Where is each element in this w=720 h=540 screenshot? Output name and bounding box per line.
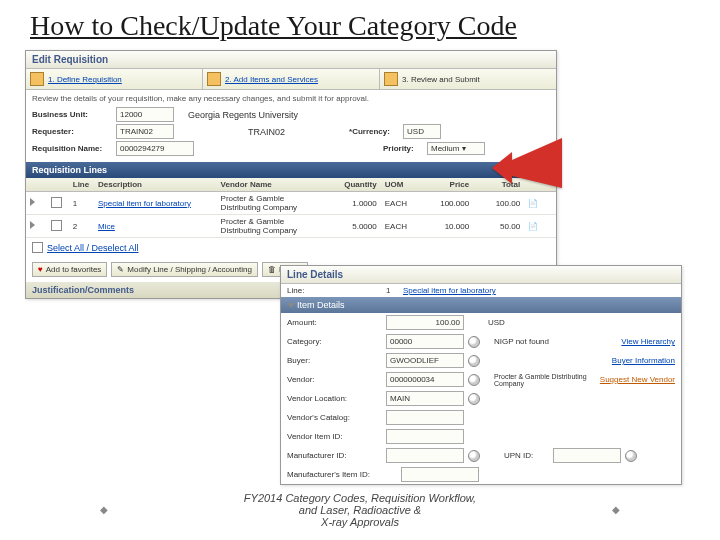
buyer-label: Buyer: (287, 356, 382, 365)
decoration-dot: ◆ (612, 504, 620, 515)
requester-name: TRAIN02 (248, 127, 285, 137)
amount-input[interactable]: 100.00 (386, 315, 464, 330)
category-label: Category: (287, 337, 382, 346)
item-link[interactable]: Mice (98, 222, 115, 231)
business-unit-input[interactable]: 12000 (116, 107, 174, 122)
mfg-id-input[interactable] (386, 448, 464, 463)
vendor-item-label: Vendor Item ID: (287, 432, 382, 441)
category-input[interactable]: 00000 (386, 334, 464, 349)
svg-marker-0 (492, 138, 562, 188)
detail-icon[interactable]: 📄 (528, 222, 538, 231)
vendor-input[interactable]: 0000000034 (386, 372, 464, 387)
delete-icon: 🗑 (268, 265, 276, 274)
item-details-header: Item Details (281, 297, 681, 313)
modify-line-button[interactable]: ✎Modify Line / Shipping / Accounting (111, 262, 258, 277)
instruction-text: Review the details of your requisition, … (32, 94, 550, 103)
decoration-dot: ◆ (100, 504, 108, 515)
step-icon (384, 72, 398, 86)
lookup-icon[interactable] (468, 355, 480, 367)
expand-icon[interactable] (30, 221, 35, 229)
detail-icon[interactable]: 📄 (528, 199, 538, 208)
req-name-label: Requisition Name: (32, 144, 112, 153)
buyer-input[interactable]: GWOODLIEF (386, 353, 464, 368)
requester-label: Requester: (32, 127, 112, 136)
step-icon (207, 72, 221, 86)
mfg-id-label: Manufacturer ID: (287, 451, 382, 460)
edit-requisition-panel: Edit Requisition 1. Define Requisition 2… (25, 50, 557, 299)
page-title: How to Check/Update Your Category Code (30, 10, 690, 42)
mfg-item-input[interactable] (401, 467, 479, 482)
callout-arrow (492, 138, 562, 192)
table-row: 2 Mice Procter & Gamble Distributing Com… (26, 215, 556, 238)
wizard-steps: 1. Define Requisition 2. Add Items and S… (26, 69, 556, 90)
item-link[interactable]: Special item for laboratory (98, 199, 191, 208)
mfg-item-label: Manufacturer's Item ID: (287, 470, 397, 479)
step-2[interactable]: 2. Add Items and Services (203, 69, 380, 89)
edit-icon: ✎ (117, 265, 124, 274)
lookup-icon[interactable] (625, 450, 637, 462)
lookup-icon[interactable] (468, 336, 480, 348)
req-name-input[interactable]: 0000294279 (116, 141, 194, 156)
select-all-link[interactable]: Select All / Deselect All (47, 243, 139, 253)
currency-input[interactable]: USD (403, 124, 441, 139)
add-favorites-button[interactable]: ♥Add to favorites (32, 262, 107, 277)
step-1[interactable]: 1. Define Requisition (26, 69, 203, 89)
business-unit-label: Business Unit: (32, 110, 112, 119)
vendor-name: Procter & Gamble Distributing Company (494, 373, 589, 387)
step-icon (30, 72, 44, 86)
buyer-info-link[interactable]: Buyer Information (612, 356, 675, 365)
lookup-icon[interactable] (468, 450, 480, 462)
table-row: 1 Special item for laboratory Procter & … (26, 192, 556, 215)
row-checkbox[interactable] (51, 220, 62, 231)
priority-label: Priority: (383, 144, 423, 153)
currency-label: *Currency: (349, 127, 399, 136)
line-desc-link[interactable]: Special item for laboratory (403, 286, 496, 295)
heart-icon: ♥ (38, 265, 43, 274)
vendor-catalog-label: Vendor's Catalog: (287, 413, 382, 422)
suggest-vendor-link[interactable]: Suggest New Vendor (600, 375, 675, 384)
panel-header: Edit Requisition (26, 51, 556, 69)
vendor-item-input[interactable] (386, 429, 464, 444)
amount-label: Amount: (287, 318, 382, 327)
vendor-location-label: Vendor Location: (287, 394, 382, 403)
row-checkbox[interactable] (51, 197, 62, 208)
view-hierarchy-link[interactable]: View Hierarchy (621, 337, 675, 346)
expand-icon[interactable] (30, 198, 35, 206)
vendor-label: Vendor: (287, 375, 382, 384)
lookup-icon[interactable] (468, 393, 480, 405)
table-header: Line Description Vendor Name Quantity UO… (26, 178, 556, 192)
requester-input[interactable]: TRAIN02 (116, 124, 174, 139)
line-details-panel: Line Details Line: 1 Special item for la… (280, 265, 682, 485)
step-3[interactable]: 3. Review and Submit (380, 69, 556, 89)
upn-id-label: UPN ID: (504, 451, 549, 460)
panel-header: Line Details (281, 266, 681, 284)
upn-id-input[interactable] (553, 448, 621, 463)
vendor-catalog-input[interactable] (386, 410, 464, 425)
select-all-checkbox[interactable] (32, 242, 43, 253)
req-lines-header: Requisition Lines (26, 162, 556, 178)
lookup-icon[interactable] (468, 374, 480, 386)
priority-select[interactable]: Medium ▾ (427, 142, 485, 155)
line-label: Line: (287, 286, 382, 295)
category-note: NIGP not found (494, 337, 549, 346)
vendor-location-input[interactable]: MAIN (386, 391, 464, 406)
business-unit-name: Georgia Regents University (188, 110, 298, 120)
